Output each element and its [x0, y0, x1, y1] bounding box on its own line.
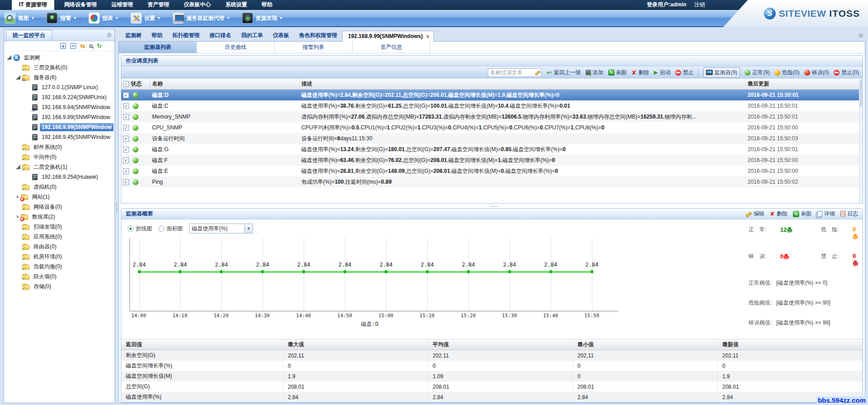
tree-expander-icon[interactable]	[7, 55, 11, 60]
subtab-3[interactable]: 资产信息	[353, 42, 430, 53]
tree-item-12[interactable]: 192.168.9.254(Huawei)	[4, 172, 114, 182]
tree-item-14[interactable]: 网站(1)	[4, 192, 114, 202]
status-filter-disabled[interactable]: 禁止(0)	[834, 69, 859, 76]
menu-item-6[interactable]: 帮助	[254, 0, 280, 10]
sidebar-splitter[interactable]	[115, 27, 119, 405]
row-checkbox[interactable]: ✓	[123, 114, 129, 120]
tree-expander-icon[interactable]	[17, 215, 19, 219]
subtab-0[interactable]: 监测器列表	[119, 42, 197, 53]
tab-6[interactable]: 角色和权限管理	[294, 30, 342, 41]
tree-expander-icon[interactable]	[16, 75, 20, 80]
sidebar-tab-unified-monitoring[interactable]: 统一监控平台	[6, 30, 52, 41]
tree-expander-icon[interactable]	[17, 195, 19, 199]
status-filter-normal[interactable]: 正常(9)	[744, 69, 770, 76]
table-row[interactable]: ✓磁盘:F磁盘使用率(%)=63.46,剩余空间(G)=76.02,总空间(G)…	[121, 155, 863, 166]
add-button[interactable]: 添加	[586, 69, 604, 76]
row-checkbox[interactable]: ✓	[123, 92, 129, 98]
chart-mode-radio-1[interactable]: 面积图	[158, 225, 183, 233]
table-row[interactable]: ✓磁盘:G磁盘使用率(%)=13.24,剩余空间(G)=180.01,总空间(G…	[121, 144, 863, 155]
status-filter-error[interactable]: 错误(0)	[804, 69, 830, 76]
tree-item-18[interactable]: 应用系统(0)	[4, 232, 114, 242]
row-checkbox[interactable]: ✓	[123, 168, 129, 174]
tree-item-16[interactable]: 数据库(2)	[4, 212, 114, 222]
tree-item-0[interactable]: S监测树	[4, 52, 114, 62]
select-all-checkbox[interactable]: ✓	[123, 81, 129, 87]
table-row[interactable]: ✓Memory_SNMP虚拟内存利用率(%)=27.06,虚拟内存总空间(MB)…	[121, 111, 863, 122]
close-icon[interactable]: x	[426, 33, 429, 39]
tree-item-10[interactable]: 中间件(0)	[4, 152, 114, 162]
tab-2[interactable]: 拓扑图管理	[167, 30, 205, 41]
status-filter-danger[interactable]: 危险(0)	[774, 69, 800, 76]
tree-item-7[interactable]: 192.168.9.99(SNMPWindow	[4, 122, 114, 132]
summary-edit-button[interactable]: 编辑	[745, 209, 764, 219]
tree-item-19[interactable]: 路由器(0)	[4, 242, 114, 252]
filter-input[interactable]	[488, 68, 541, 77]
back-button[interactable]: ↩返回上一级	[547, 69, 581, 76]
table-row[interactable]: ✓磁盘:E磁盘使用率(%)=28.81,剩余空间(G)=148.09,总空间(G…	[121, 166, 863, 176]
summary-log-button[interactable]: 日志	[840, 209, 858, 219]
scrollbar-thumb[interactable]	[860, 80, 862, 107]
start-button[interactable]: ▶启动	[653, 69, 670, 76]
tree-item-6[interactable]: 192.168.9.89(SNMPWindow	[4, 112, 114, 122]
tabbar-gear-icon[interactable]: ⚙	[858, 32, 863, 39]
table-row[interactable]: ✓设备运行时间设备运行时间=6 days11:15:302016-09-21 1…	[121, 133, 863, 144]
subtab-1[interactable]: 历史曲线	[197, 42, 275, 53]
tree-item-21[interactable]: 负载均衡(0)	[4, 262, 114, 272]
logout-link[interactable]: 注销	[694, 1, 705, 8]
tree-item-20[interactable]: 机房环境(0)	[4, 252, 114, 262]
tree-item-1[interactable]: 三层交换机(0)	[4, 62, 114, 72]
row-checkbox[interactable]: ✓	[123, 157, 129, 163]
sidebar-gear-icon[interactable]: ⚙	[106, 32, 112, 38]
tool-settings[interactable]: 设置▼	[131, 13, 161, 24]
tree-item-5[interactable]: 192.168.9.84(SNMPWindow	[4, 102, 114, 112]
tree-item-22[interactable]: 防火墙(0)	[4, 272, 114, 281]
menu-item-3[interactable]: 资产管理	[140, 0, 176, 10]
collapse-all-icon[interactable]: −	[70, 43, 76, 49]
table-row[interactable]: ✓磁盘:C磁盘使用率(%)=38.76,剩余空间(G)=61.25,总空间(G)…	[121, 100, 863, 111]
tree-item-9[interactable]: 邮件系统(0)	[4, 142, 114, 152]
row-checkbox[interactable]: ✓	[123, 179, 129, 185]
tree-item-23[interactable]: 存储(0)	[4, 281, 114, 291]
tree-item-4[interactable]: 192.168.9.224(SNMPUnix)	[4, 92, 114, 102]
tab-5[interactable]: 仪表板	[268, 30, 294, 41]
menu-item-0[interactable]: IT 资源管理	[12, 0, 54, 10]
row-checkbox[interactable]: ✓	[123, 147, 129, 152]
tool-discovery[interactable]: 资源发现▼	[242, 13, 283, 24]
summary-delete-button[interactable]: ✘删除	[770, 209, 787, 219]
tree-expander-icon[interactable]	[16, 165, 20, 169]
status-filter-monitors[interactable]: 监测器(9)	[703, 67, 740, 78]
menu-item-2[interactable]: 运维管理	[104, 0, 140, 10]
scrollbar[interactable]	[859, 79, 863, 203]
row-checkbox[interactable]: ✓	[123, 125, 129, 131]
chart-mode-radio-0[interactable]: 折线图	[128, 225, 152, 233]
subtab-2[interactable]: 报警列表	[275, 42, 353, 53]
summary-refresh-button[interactable]: ↻刷新	[793, 209, 812, 219]
tree-item-13[interactable]: 虚拟机(0)	[4, 182, 114, 192]
tool-alarm[interactable]: 报警▼	[47, 13, 77, 24]
menu-item-4[interactable]: 仪表板中心	[176, 0, 218, 10]
tree-item-15[interactable]: 网络设备(0)	[4, 202, 114, 212]
tool-agent[interactable]: 服务器监测代理▼	[173, 13, 230, 24]
row-checkbox[interactable]: ✓	[123, 136, 129, 142]
splitter-handle-icon[interactable]	[116, 204, 117, 205]
tree-item-8[interactable]: 192.168.9.45(SNMPWindow	[4, 132, 114, 142]
tab-1[interactable]: 帮助	[147, 30, 167, 41]
tool-view[interactable]: 视图▼	[5, 13, 35, 24]
tree-item-3[interactable]: 127.0.0.1(SNMP Linux)	[4, 82, 114, 92]
forbid-button[interactable]: 禁止	[675, 69, 694, 76]
metric-dropdown[interactable]: 磁盘使用率(%)▼	[189, 224, 253, 233]
row-checkbox[interactable]: ✓	[123, 103, 129, 109]
table-row[interactable]: ✓CPU_SNMPCPU平均利用率(%)=0.5,CPU1(%)=1,CPU2(…	[121, 122, 863, 133]
tree-item-2[interactable]: 服务器(6)	[4, 72, 114, 82]
table-row[interactable]: ✓磁盘:D磁盘使用率(%)=2.84,剩余空间(G)=202.11,总空间(G)…	[121, 90, 863, 100]
summary-detail-button[interactable]: 详细	[817, 209, 835, 219]
horizontal-splitter[interactable]	[121, 205, 863, 208]
table-row[interactable]: ✓Ping包成功率(%)=100,往返时间(ms)=0.892016-09-21…	[121, 176, 863, 187]
chevron-down-icon[interactable]: ▼	[244, 224, 253, 233]
delete-button[interactable]: ✘删除	[632, 69, 649, 76]
tool-report[interactable]: 报表▼	[89, 13, 119, 24]
tab-4[interactable]: 我的工单	[236, 30, 268, 41]
menu-item-5[interactable]: 系统设置	[218, 0, 254, 10]
expand-all-icon[interactable]: +	[60, 43, 66, 49]
swap-arrows-icon[interactable]: ⇆	[80, 43, 85, 49]
